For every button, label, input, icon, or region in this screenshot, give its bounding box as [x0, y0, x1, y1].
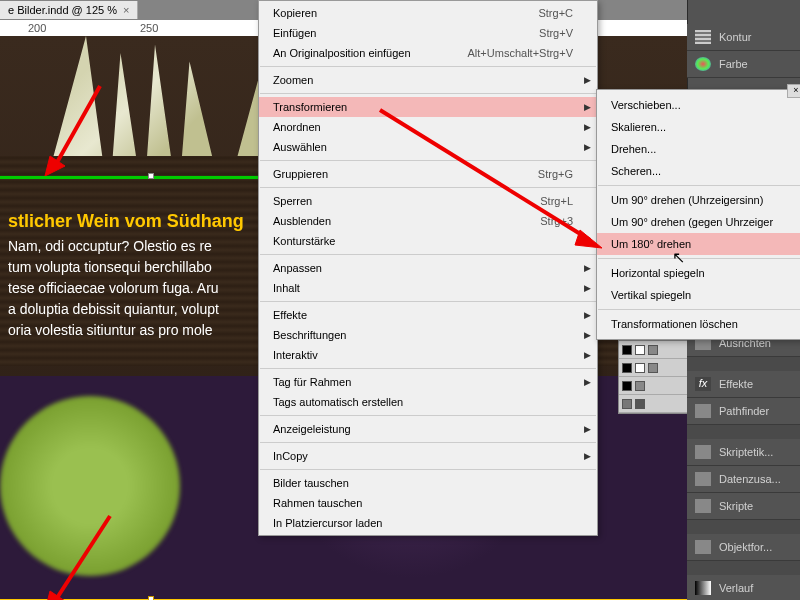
- submenu-horizontal-spiegeln[interactable]: Horizontal spiegeln: [597, 262, 800, 284]
- tag-icon: [695, 445, 711, 459]
- menu-separator: [260, 415, 596, 416]
- svg-line-4: [380, 110, 590, 240]
- submenu-scheren[interactable]: Scheren...: [597, 160, 800, 182]
- selection-handle[interactable]: [148, 173, 154, 179]
- submenu-vertikal-spiegeln[interactable]: Vertikal spiegeln: [597, 284, 800, 306]
- menu-inhalt[interactable]: Inhalt▶: [259, 278, 597, 298]
- object-styles-icon: [695, 540, 711, 554]
- chevron-right-icon: ▶: [584, 263, 591, 273]
- panel-datenzusammenfuehrung[interactable]: Datenzusa...: [687, 466, 800, 493]
- menu-incopy[interactable]: InCopy▶: [259, 446, 597, 466]
- menu-kopieren[interactable]: KopierenStrg+C: [259, 3, 597, 23]
- document-tab[interactable]: e Bilder.indd @ 125 % ×: [0, 1, 138, 19]
- menu-separator: [260, 301, 596, 302]
- submenu-verschieben[interactable]: Verschieben...: [597, 94, 800, 116]
- menu-separator: [260, 93, 596, 94]
- swatch-row[interactable]: [619, 395, 687, 413]
- chevron-right-icon: ▶: [584, 377, 591, 387]
- menu-tags-auto[interactable]: Tags automatisch erstellen: [259, 392, 597, 412]
- chevron-right-icon: ▶: [584, 451, 591, 461]
- menu-beschriftungen[interactable]: Beschriftungen▶: [259, 325, 597, 345]
- swatch-row[interactable]: [619, 359, 687, 377]
- fx-icon: fx: [695, 377, 711, 391]
- chevron-right-icon: ▶: [584, 283, 591, 293]
- context-menu: KopierenStrg+C EinfügenStrg+V An Origina…: [258, 0, 598, 536]
- body-text: Nam, odi occuptur? Olestio es re tum vol…: [8, 236, 268, 341]
- menu-tag-rahmen[interactable]: Tag für Rahmen▶: [259, 372, 597, 392]
- annotation-arrow-icon: [40, 76, 110, 176]
- swatch-mini-panel: [618, 340, 688, 414]
- panel-skriptetiketten[interactable]: Skriptetik...: [687, 439, 800, 466]
- menu-originalposition[interactable]: An Originalposition einfügenAlt+Umschalt…: [259, 43, 597, 63]
- submenu-skalieren[interactable]: Skalieren...: [597, 116, 800, 138]
- menu-separator: [598, 258, 800, 259]
- chevron-right-icon: ▶: [584, 310, 591, 320]
- gradient-icon: [695, 581, 711, 595]
- menu-separator: [598, 185, 800, 186]
- close-icon[interactable]: ×: [123, 4, 129, 16]
- panel-kontur[interactable]: Kontur: [687, 24, 800, 51]
- swatch-row[interactable]: [619, 341, 687, 359]
- menu-effekte[interactable]: Effekte▶: [259, 305, 597, 325]
- menu-zoomen[interactable]: Zoomen▶: [259, 70, 597, 90]
- submenu-90-gegen[interactable]: Um 90° drehen (gegen Uhrzeiger: [597, 211, 800, 233]
- menu-einfuegen[interactable]: EinfügenStrg+V: [259, 23, 597, 43]
- menu-separator: [260, 469, 596, 470]
- svg-marker-5: [575, 230, 602, 248]
- svg-marker-1: [45, 156, 65, 176]
- panel-gap: [687, 357, 800, 371]
- menu-separator: [260, 442, 596, 443]
- menu-bilder-tauschen[interactable]: Bilder tauschen: [259, 473, 597, 493]
- chevron-right-icon: ▶: [584, 350, 591, 360]
- pathfinder-icon: [695, 404, 711, 418]
- panel-farbe[interactable]: Farbe: [687, 51, 800, 78]
- menu-anpassen[interactable]: Anpassen▶: [259, 258, 597, 278]
- headline-text: stlicher Wein vom Südhang: [8, 211, 244, 232]
- panel-pathfinder[interactable]: Pathfinder: [687, 398, 800, 425]
- panel-effekte[interactable]: fxEffekte: [687, 371, 800, 398]
- panel-gap: [687, 561, 800, 575]
- panel-gap: [687, 425, 800, 439]
- chevron-right-icon: ▶: [584, 330, 591, 340]
- swatch-row[interactable]: [619, 377, 687, 395]
- menu-rahmen-tauschen[interactable]: Rahmen tauschen: [259, 493, 597, 513]
- annotation-arrow-icon: [370, 100, 610, 260]
- data-icon: [695, 472, 711, 486]
- submenu-90-uhrzeiger[interactable]: Um 90° drehen (Uhrzeigersinn): [597, 189, 800, 211]
- menu-separator: [260, 368, 596, 369]
- panel-gap: [687, 520, 800, 534]
- panel-objektformate[interactable]: Objektfor...: [687, 534, 800, 561]
- palette-icon: [695, 57, 711, 71]
- menu-anzeigeleistung[interactable]: Anzeigeleistung▶: [259, 419, 597, 439]
- menu-separator: [598, 309, 800, 310]
- script-icon: [695, 499, 711, 513]
- svg-line-2: [55, 516, 110, 600]
- tab-title: e Bilder.indd @ 125 %: [8, 4, 117, 16]
- stroke-icon: [695, 30, 711, 44]
- submenu-transformationen-loeschen[interactable]: Transformationen löschen: [597, 313, 800, 335]
- submenu-drehen[interactable]: Drehen...: [597, 138, 800, 160]
- transformieren-submenu: × Verschieben... Skalieren... Drehen... …: [596, 89, 800, 340]
- close-icon[interactable]: ×: [787, 84, 800, 98]
- svg-line-0: [55, 86, 100, 166]
- submenu-180-drehen[interactable]: Um 180° drehen: [597, 233, 800, 255]
- menu-separator: [260, 66, 596, 67]
- panel-verlauf[interactable]: Verlauf: [687, 575, 800, 600]
- chevron-right-icon: ▶: [584, 424, 591, 434]
- menu-interaktiv[interactable]: Interaktiv▶: [259, 345, 597, 365]
- selection-handle[interactable]: [148, 596, 154, 600]
- annotation-arrow-icon: [40, 506, 120, 600]
- panel-skripte[interactable]: Skripte: [687, 493, 800, 520]
- chevron-right-icon: ▶: [584, 75, 591, 85]
- menu-platziercursor[interactable]: In Platziercursor laden: [259, 513, 597, 533]
